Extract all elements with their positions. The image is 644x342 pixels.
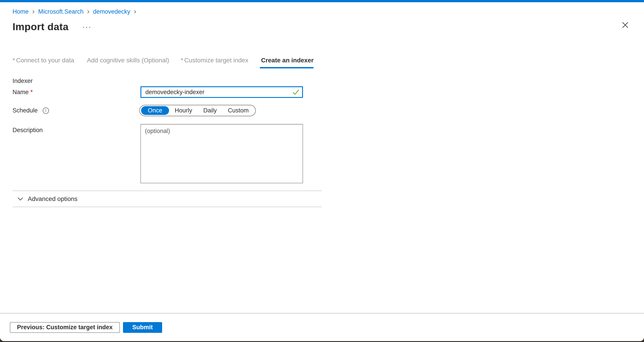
info-icon[interactable]: i: [43, 108, 49, 114]
schedule-option-custom[interactable]: Custom: [222, 107, 254, 114]
schedule-option-hourly[interactable]: Hourly: [169, 107, 198, 114]
breadcrumb-service-link[interactable]: Microsoft.Search: [38, 8, 84, 15]
indexer-section-label: Indexer: [12, 77, 632, 85]
breadcrumb: Home › Microsoft.Search › demovedecky ›: [12, 8, 632, 16]
chevron-down-icon: [18, 197, 23, 200]
accent-topbar: [0, 0, 644, 2]
close-icon: [622, 21, 629, 29]
close-button[interactable]: [620, 20, 630, 30]
tab-add-cognitive-skills[interactable]: Add cognitive skills (Optional): [86, 57, 169, 68]
name-row: Name *: [12, 86, 632, 98]
page-header: Import data ···: [12, 20, 632, 34]
schedule-label: Schedule i: [12, 107, 140, 114]
breadcrumb-home-link[interactable]: Home: [12, 8, 28, 15]
tab-required-mark: *: [181, 57, 183, 64]
schedule-option-daily[interactable]: Daily: [198, 107, 222, 114]
schedule-label-text: Schedule: [12, 107, 38, 114]
description-row: Description: [12, 124, 632, 183]
page-content: Home › Microsoft.Search › demovedecky › …: [0, 8, 644, 207]
name-input-wrap: [140, 86, 303, 98]
tab-required-mark: *: [12, 57, 15, 64]
import-data-panel: Home › Microsoft.Search › demovedecky › …: [0, 0, 644, 341]
chevron-right-icon: ›: [134, 8, 136, 14]
submit-button[interactable]: Submit: [123, 322, 162, 333]
page-title: Import data: [12, 21, 69, 33]
advanced-options-toggle[interactable]: Advanced options: [12, 191, 322, 207]
tab-label: Customize target index: [184, 57, 248, 64]
name-label-text: Name: [12, 89, 28, 96]
more-options-button[interactable]: ···: [82, 24, 92, 29]
footer-bar: Previous: Customize target index Submit: [0, 313, 644, 341]
chevron-right-icon: ›: [87, 8, 90, 14]
schedule-option-once[interactable]: Once: [141, 106, 169, 115]
tab-label: Create an indexer: [261, 57, 314, 64]
schedule-pill-group: Once Hourly Daily Custom: [139, 105, 256, 116]
description-textarea[interactable]: [140, 124, 303, 183]
indexer-name-input[interactable]: [140, 86, 303, 98]
tab-bar: * Connect to your data Add cognitive ski…: [12, 57, 632, 68]
valid-checkmark-icon: [292, 89, 300, 96]
description-label-text: Description: [12, 127, 43, 134]
schedule-row: Schedule i Once Hourly Daily Custom: [12, 105, 632, 116]
tab-customize-target-index[interactable]: * Customize target index: [181, 57, 248, 68]
tab-label: Add cognitive skills (Optional): [87, 57, 169, 64]
advanced-options-label: Advanced options: [28, 195, 78, 202]
required-asterisk: *: [30, 89, 33, 96]
tab-label: Connect to your data: [16, 57, 74, 64]
tab-connect-to-your-data[interactable]: * Connect to your data: [12, 57, 74, 68]
name-label: Name *: [12, 89, 140, 96]
previous-button[interactable]: Previous: Customize target index: [10, 322, 120, 333]
breadcrumb-resource-link[interactable]: demovedecky: [93, 8, 130, 15]
description-label: Description: [12, 127, 140, 134]
chevron-right-icon: ›: [32, 8, 35, 14]
tab-create-an-indexer[interactable]: Create an indexer: [260, 57, 314, 68]
